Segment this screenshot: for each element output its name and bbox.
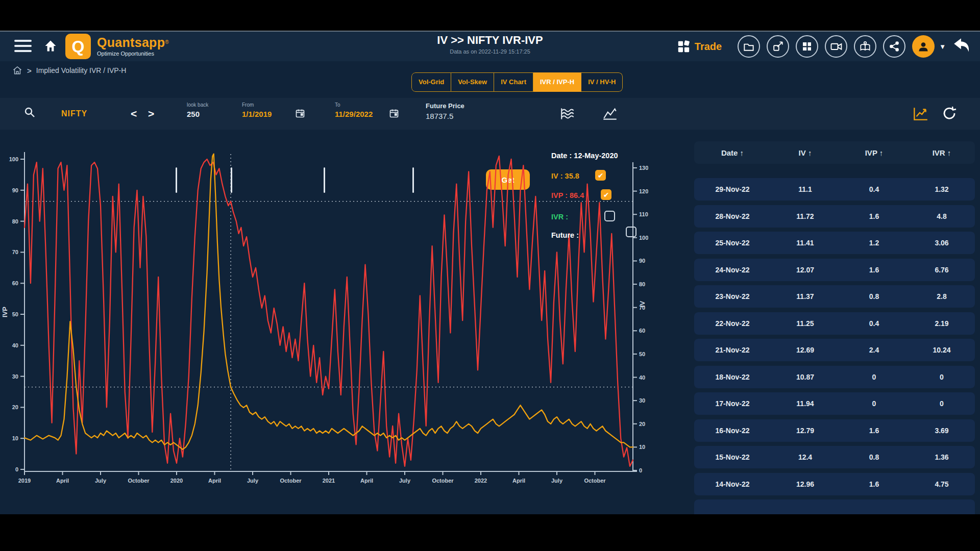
chevron-right-icon[interactable]: > bbox=[148, 108, 154, 119]
trade-button[interactable]: Trade bbox=[677, 40, 722, 53]
caret-down-icon[interactable]: ▼ bbox=[939, 43, 946, 51]
iv-checkbox[interactable]: ✔ bbox=[595, 170, 606, 181]
menu-icon[interactable] bbox=[14, 40, 32, 53]
table-cell: 12.96 bbox=[771, 480, 840, 488]
window-icon bbox=[742, 40, 755, 53]
calendar-icon[interactable] bbox=[295, 108, 305, 120]
from-date-field[interactable]: From 1/1/2019 bbox=[242, 102, 272, 118]
table-header: Date ↑IV ↑IVP ↑IVR ↑ bbox=[694, 141, 975, 164]
to-date-field[interactable]: To 11/29/2022 bbox=[335, 102, 373, 118]
toolbar: NIFTY < > look back 250 From 1/1/2019 To… bbox=[0, 98, 980, 130]
refresh-button[interactable] bbox=[941, 105, 958, 123]
tab-iv-chart[interactable]: IV Chart bbox=[494, 72, 533, 92]
window-button[interactable] bbox=[738, 35, 760, 58]
table-row[interactable]: 25-Nov-2211.411.23.06 bbox=[694, 232, 975, 254]
table-row[interactable]: 29-Nov-2211.10.41.32 bbox=[694, 178, 975, 201]
breadcrumb-path: Implied Volatility IVR / IVP-H bbox=[36, 66, 127, 74]
svg-text:60: 60 bbox=[12, 280, 18, 286]
table-row[interactable]: 28-Nov-2211.721.64.8 bbox=[694, 205, 975, 228]
future-price-field: Future Price 18737.5 bbox=[426, 102, 464, 120]
svg-text:October: October bbox=[128, 478, 150, 484]
table-cell: 12.4 bbox=[771, 453, 840, 461]
tooltip-iv: IV : 35.8 bbox=[551, 172, 579, 180]
column-header-ivr[interactable]: IVR ↑ bbox=[909, 148, 975, 157]
title-block: IV >> NIFTY IVR-IVP Data as on 2022-11-2… bbox=[337, 34, 643, 55]
brand-name: Quantsapp bbox=[97, 35, 165, 49]
quantsapp-logo-icon[interactable]: Q bbox=[65, 34, 91, 59]
column-header-date[interactable]: Date ↑ bbox=[694, 148, 771, 157]
search-icon[interactable] bbox=[23, 106, 36, 120]
table-cell: 3.06 bbox=[909, 239, 975, 247]
table-cell: 0.8 bbox=[840, 453, 909, 461]
video-icon bbox=[829, 40, 843, 53]
table-cell: 28-Nov-22 bbox=[694, 212, 771, 220]
tab-vol-skew[interactable]: Vol-Skew bbox=[451, 72, 494, 92]
calendar-icon[interactable] bbox=[389, 108, 399, 120]
table-row[interactable]: 24-Nov-2212.071.66.76 bbox=[694, 259, 975, 281]
tab-vol-grid[interactable]: Vol-Grid bbox=[411, 72, 451, 92]
tab-ivr-ivp-h[interactable]: IVR / IVP-H bbox=[533, 72, 581, 92]
svg-text:IVP: IVP bbox=[1, 307, 9, 317]
chart-tooltip: Date : 12-May-2020 IV : 35.8 ✔ IVP : 86.… bbox=[551, 151, 658, 244]
breadcrumb-sep: > bbox=[27, 66, 32, 75]
svg-text:80: 80 bbox=[12, 218, 18, 224]
table-row[interactable]: 16-Nov-2212.791.63.69 bbox=[694, 419, 975, 442]
table-cell: 29-Nov-22 bbox=[694, 185, 771, 193]
table-cell: 2.4 bbox=[840, 346, 909, 354]
chevron-left-icon[interactable]: < bbox=[131, 108, 137, 119]
dashboard-button[interactable] bbox=[796, 35, 818, 58]
line-chart-view-button[interactable] bbox=[601, 105, 619, 124]
future-price-label: Future Price bbox=[426, 102, 464, 110]
share-button[interactable] bbox=[883, 35, 905, 58]
video-button[interactable] bbox=[825, 35, 847, 58]
breadcrumb: > Implied Volatility IVR / IVP-H bbox=[12, 65, 126, 76]
tab-iv-hv-h[interactable]: IV / HV-H bbox=[581, 72, 623, 92]
table-cell: 23-Nov-22 bbox=[694, 292, 771, 300]
table-row[interactable]: 14-Nov-2212.961.64.75 bbox=[694, 473, 975, 495]
guide-button[interactable] bbox=[854, 35, 876, 58]
waves-view-button[interactable] bbox=[559, 105, 577, 124]
table-row[interactable]: 23-Nov-2211.370.82.8 bbox=[694, 285, 975, 308]
future-checkbox[interactable] bbox=[626, 227, 636, 237]
table-cell: 11.37 bbox=[771, 292, 840, 300]
table-row[interactable]: 15-Nov-2212.40.81.36 bbox=[694, 446, 975, 468]
line-chart-icon bbox=[601, 105, 619, 122]
trend-chart-button[interactable] bbox=[912, 105, 929, 124]
table-row[interactable]: 21-Nov-2212.692.410.24 bbox=[694, 339, 975, 361]
symbol-search-input[interactable]: NIFTY bbox=[61, 109, 87, 118]
home-outline-icon[interactable] bbox=[12, 65, 22, 76]
avatar-icon[interactable] bbox=[912, 35, 935, 58]
tooltip-date: Date : 12-May-2020 bbox=[551, 152, 618, 160]
table-cell: 1.2 bbox=[840, 239, 909, 247]
table-cell: 0 bbox=[909, 399, 975, 408]
svg-text:30: 30 bbox=[12, 373, 18, 380]
waves-icon bbox=[559, 105, 577, 122]
ivp-checkbox[interactable]: ✔ bbox=[601, 189, 611, 200]
column-header-iv[interactable]: IV ↑ bbox=[771, 148, 840, 157]
popout-button[interactable] bbox=[767, 35, 789, 58]
table-cell: 4.8 bbox=[909, 212, 975, 220]
back-button[interactable] bbox=[952, 37, 972, 56]
table-row[interactable]: 18-Nov-2210.8700 bbox=[694, 366, 975, 388]
table-cell: 0.4 bbox=[840, 319, 909, 328]
header-actions: Trade bbox=[677, 35, 972, 58]
header-bar: Q Quantsapp® Optimize Opportunities IV >… bbox=[0, 32, 980, 61]
column-header-ivp[interactable]: IVP ↑ bbox=[840, 148, 909, 157]
table-cell: 0.4 bbox=[840, 185, 909, 193]
table-cell: 10.87 bbox=[771, 373, 840, 381]
trade-grid-icon bbox=[677, 40, 690, 53]
view-tabs: Vol-GridVol-SkewIV ChartIVR / IVP-HIV / … bbox=[411, 72, 623, 92]
svg-text:50: 50 bbox=[12, 311, 18, 317]
table-cell: 3.69 bbox=[909, 427, 975, 435]
table-cell: 11.25 bbox=[771, 319, 840, 328]
table-row[interactable]: 17-Nov-2211.9400 bbox=[694, 392, 975, 415]
table-row[interactable]: 22-Nov-2211.250.42.19 bbox=[694, 312, 975, 335]
ivr-checkbox[interactable] bbox=[604, 211, 615, 221]
page-title: IV >> NIFTY IVR-IVP bbox=[337, 34, 643, 47]
svg-text:40: 40 bbox=[12, 342, 18, 348]
home-icon[interactable] bbox=[43, 39, 58, 55]
table-row-partial bbox=[694, 499, 975, 514]
lookback-field[interactable]: look back 250 bbox=[187, 102, 208, 118]
table-cell: 0 bbox=[909, 373, 975, 381]
svg-text:April: April bbox=[56, 478, 69, 484]
